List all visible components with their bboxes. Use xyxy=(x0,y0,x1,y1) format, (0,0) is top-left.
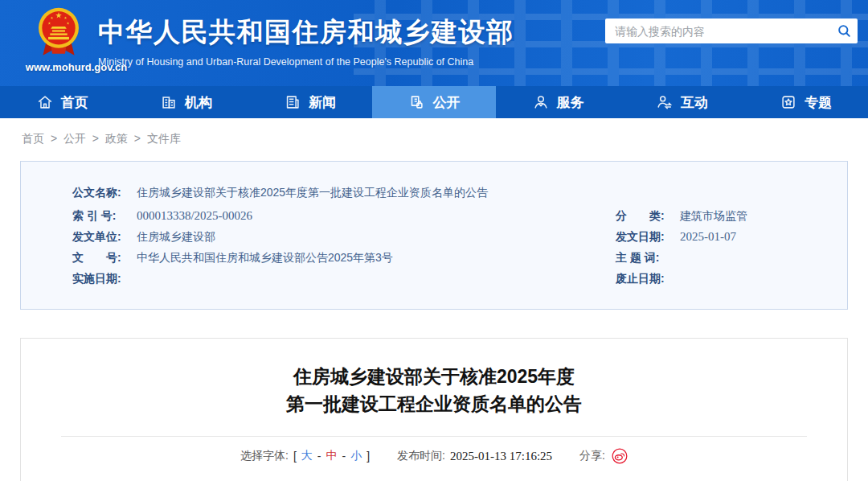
site-banner: www.mohurd.gov.cn 中华人民共和国住房和城乡建设部 Minist… xyxy=(0,0,868,86)
search-icon[interactable] xyxy=(830,23,858,39)
meta-label: 废止日期: xyxy=(616,268,677,289)
font-size-bracket-close: ] xyxy=(366,450,370,462)
meta-row-effective-date: 实施日期: xyxy=(72,268,616,289)
article-divider xyxy=(61,436,807,437)
nav-item-label: 首页 xyxy=(61,93,88,112)
font-size-small-button[interactable]: 小 xyxy=(350,449,362,463)
disclosure-icon xyxy=(407,93,425,111)
site-title: 中华人民共和国住房和城乡建设部 xyxy=(98,14,514,51)
meta-row-index-no: 索 引 号: 000013338/2025-00026 xyxy=(72,205,616,226)
nav-item-disclosure[interactable]: 公开 xyxy=(372,86,496,118)
search-input[interactable] xyxy=(605,18,830,43)
meta-row-issuing-unit: 发文单位: 住房城乡建设部 xyxy=(72,226,616,247)
meta-value-index-no: 000013338/2025-00026 xyxy=(137,209,252,222)
article-title: 住房城乡建设部关于核准2025年度 第一批建设工程企业资质名单的公告 xyxy=(21,363,847,417)
font-size-large-button[interactable]: 大 xyxy=(301,449,313,463)
nav-item-label: 专题 xyxy=(805,93,832,112)
breadcrumb-policy[interactable]: 政策 xyxy=(105,132,128,145)
nav-item-label: 服务 xyxy=(557,93,584,112)
breadcrumb: 首页 > 公开 > 政策 > 文件库 xyxy=(0,118,868,161)
nav-item-label: 机构 xyxy=(185,93,212,112)
nav-item-label: 公开 xyxy=(432,93,460,112)
article-panel: 住房城乡建设部关于核准2025年度 第一批建设工程企业资质名单的公告 选择字体:… xyxy=(20,338,848,481)
service-person-icon xyxy=(532,93,550,111)
nav-item-organization[interactable]: 机构 xyxy=(124,86,248,118)
home-icon xyxy=(36,93,54,111)
publish-time-value: 2025-01-13 17:16:25 xyxy=(450,450,552,463)
meta-value-doc-number: 中华人民共和国住房和城乡建设部公告2025年第3号 xyxy=(137,251,393,264)
meta-label: 分 类: xyxy=(616,205,677,226)
font-size-bracket-open: [ xyxy=(293,450,297,462)
document-meta-panel: 公文名称: 住房城乡建设部关于核准2025年度第一批建设工程企业资质名单的公告 … xyxy=(20,161,848,310)
meta-label: 实施日期: xyxy=(72,268,133,289)
meta-value-issue-date: 2025-01-07 xyxy=(680,230,736,243)
site-title-english: Ministry of Housing and Urban-Rural Deve… xyxy=(98,56,514,68)
meta-label: 主 题 词: xyxy=(616,247,677,268)
meta-row-doc-name: 公文名称: 住房城乡建设部关于核准2025年度第一批建设工程企业资质名单的公告 xyxy=(72,182,831,203)
meta-value-doc-name: 住房城乡建设部关于核准2025年度第一批建设工程企业资质名单的公告 xyxy=(137,186,488,199)
meta-row-repeal-date: 废止日期: xyxy=(616,268,747,289)
meta-row-issue-date: 发文日期: 2025-01-07 xyxy=(616,226,747,247)
interaction-icon xyxy=(656,93,674,111)
font-size-label: 选择字体: xyxy=(240,449,289,463)
meta-value-issuing-unit: 住房城乡建设部 xyxy=(137,230,215,243)
meta-label: 发文单位: xyxy=(72,226,133,247)
china-national-emblem-icon[interactable] xyxy=(37,6,80,60)
nav-item-news[interactable]: 新闻 xyxy=(248,86,372,118)
topic-star-icon xyxy=(780,93,797,111)
breadcrumb-home[interactable]: 首页 xyxy=(22,132,44,145)
breadcrumb-separator: > xyxy=(51,132,57,145)
meta-label: 文 号: xyxy=(72,247,133,268)
main-navigation: 首页 机构 新闻 公开 服务 xyxy=(0,86,868,118)
nav-item-interaction[interactable]: 互动 xyxy=(620,86,743,118)
nav-item-topics[interactable]: 专题 xyxy=(744,86,868,118)
publish-time-label: 发布时间: xyxy=(397,449,445,463)
breadcrumb-separator: > xyxy=(92,132,99,145)
share-label: 分享: xyxy=(579,449,605,463)
nav-item-services[interactable]: 服务 xyxy=(496,86,620,118)
article-title-line1: 住房城乡建设部关于核准2025年度 xyxy=(21,363,847,390)
nav-item-label: 互动 xyxy=(681,93,708,112)
meta-label: 发文日期: xyxy=(616,226,677,247)
meta-row-subject-words: 主 题 词: xyxy=(616,247,747,268)
nav-item-label: 新闻 xyxy=(309,93,336,112)
font-size-dash: - xyxy=(342,450,346,462)
organization-icon xyxy=(160,93,178,111)
meta-label: 公文名称: xyxy=(72,182,133,203)
meta-row-category: 分 类: 建筑市场监管 xyxy=(616,205,747,226)
weibo-share-icon[interactable] xyxy=(612,448,628,464)
font-size-dash: - xyxy=(317,450,321,462)
meta-label: 索 引 号: xyxy=(72,205,133,226)
news-icon xyxy=(284,93,301,111)
meta-row-doc-number: 文 号: 中华人民共和国住房和城乡建设部公告2025年第3号 xyxy=(72,247,616,268)
font-size-medium-button[interactable]: 中 xyxy=(326,449,338,463)
meta-value-category: 建筑市场监管 xyxy=(680,209,747,222)
search-box xyxy=(605,18,858,43)
nav-item-home[interactable]: 首页 xyxy=(0,86,124,118)
article-title-line2: 第一批建设工程企业资质名单的公告 xyxy=(21,390,847,417)
breadcrumb-disclosure[interactable]: 公开 xyxy=(63,132,86,145)
article-meta-row: 选择字体: [ 大 - 中 - 小 ] 发布时间: 2025-01-13 17:… xyxy=(21,448,847,464)
breadcrumb-library[interactable]: 文件库 xyxy=(147,132,181,145)
breadcrumb-separator: > xyxy=(134,132,141,145)
